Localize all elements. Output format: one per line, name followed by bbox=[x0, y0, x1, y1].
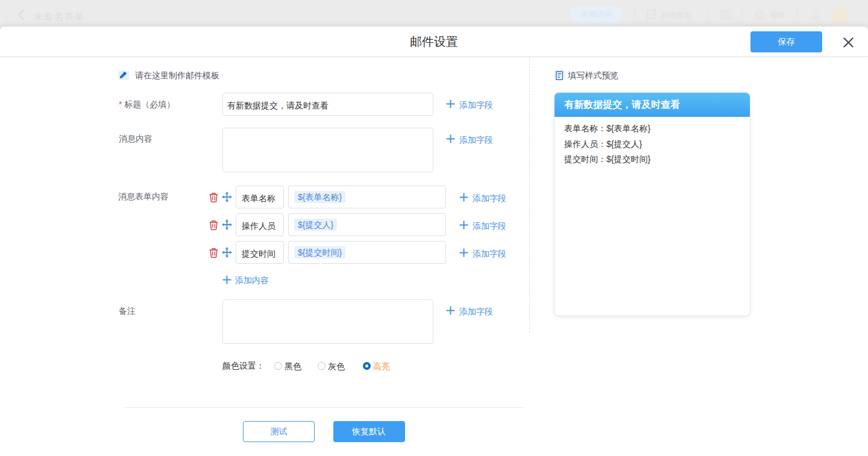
svg-text:?: ? bbox=[758, 12, 761, 18]
